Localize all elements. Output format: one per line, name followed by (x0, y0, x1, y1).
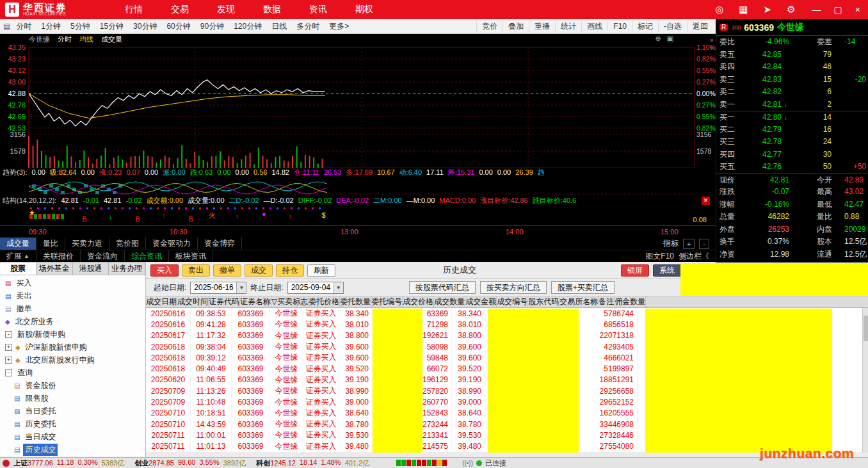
table-scrollbar[interactable] (862, 308, 868, 453)
chart-action-button[interactable]: 竞价 (476, 21, 502, 32)
trade-action-button[interactable]: 买入 (150, 264, 179, 277)
menu-item[interactable]: 数据 (256, 1, 288, 18)
ask-row[interactable]: 卖一 42.81 ↓ 2 (716, 99, 868, 111)
ask-row[interactable]: 卖二 42.82 6 (716, 86, 868, 99)
sidebar-tree-item[interactable]: ▤ 限售股 (0, 392, 145, 405)
stock-name[interactable]: 今世缘 (777, 22, 804, 33)
maximize-button[interactable]: ▢ (834, 4, 842, 15)
trade-action-button[interactable]: 刷新 (307, 264, 335, 277)
table-header-cell[interactable]: 委托编号 (371, 296, 403, 307)
table-header-cell[interactable]: ▽买卖标志 (271, 296, 309, 307)
chart-action-button[interactable]: 标记 (632, 21, 658, 32)
bid-row[interactable]: 买一 42.80 ↓ 14 (716, 111, 868, 124)
ask-row[interactable]: 卖五 42.85 79 (716, 49, 868, 61)
chart-action-button[interactable]: F10 (607, 22, 632, 31)
index-quote[interactable]: 创业2874.85 98.60 3.55% 3892亿 (134, 458, 246, 468)
indicator-remove-button[interactable]: - (699, 239, 709, 249)
table-header-cell[interactable]: 证券名称 (240, 296, 271, 307)
titlebar-tool-icon[interactable]: ◎ (715, 4, 723, 15)
table-header-cell[interactable]: 成交价格 (403, 296, 434, 307)
scrollbar-thumb[interactable] (864, 316, 868, 341)
signal-marker-band[interactable]: ★↓B↓B↑B火↑●↑$ (0, 205, 716, 225)
menu-item[interactable]: 交易 (164, 1, 196, 18)
sidebar-tab[interactable]: 股票 (0, 262, 36, 275)
table-header-cell[interactable]: 成交编号 (497, 296, 528, 307)
bid-row[interactable]: 买二 42.79 16 (716, 124, 868, 136)
indicator-close-icon[interactable]: ✕ (702, 197, 710, 205)
period-tab[interactable]: 30分钟 (133, 21, 157, 32)
sidebar-tab[interactable]: 港股通 (73, 262, 109, 275)
connection-status[interactable]: ((•)) 已连接 (462, 458, 506, 468)
info-subtab[interactable]: 关联报价 (36, 250, 81, 262)
sidebar-tree-item[interactable]: ▤ 卖出 (0, 289, 145, 302)
stock-code[interactable]: 603369 (744, 22, 774, 33)
table-header-cell[interactable]: 证券代码 (209, 296, 240, 307)
sidebar-tab[interactable]: 业务办理 (109, 262, 145, 275)
bid-row[interactable]: 买三 42.78 24 (716, 136, 868, 149)
chart-action-button[interactable]: -自选 (658, 21, 687, 32)
tree-expander-icon[interactable]: + (5, 344, 12, 351)
chart-grid-icon[interactable]: ▤ (3, 22, 10, 31)
chart-action-button[interactable]: 叠加 (502, 21, 529, 32)
table-header-cell[interactable]: 委托价格 (309, 296, 340, 307)
minimize-button[interactable]: — (812, 4, 821, 15)
period-tab[interactable]: 60分钟 (166, 21, 190, 32)
f10-button[interactable]: 图文F10 (645, 251, 674, 262)
start-date-input[interactable]: 2025-06-16 ▼ (190, 282, 246, 294)
sidebar-tree-item[interactable]: ◆ 北交所业务 (0, 315, 145, 328)
summary-button[interactable]: 股票+买卖汇总 (551, 281, 615, 294)
period-tab[interactable]: 5分钟 (70, 21, 90, 32)
chart-subtab[interactable]: 竞价图 (109, 238, 146, 250)
sidebar-tab[interactable]: 场外基金 (36, 262, 73, 275)
indicator-add-button[interactable]: + (683, 239, 695, 249)
sidebar-toggle[interactable]: 侧边栏《 (679, 251, 709, 262)
trade-action-button[interactable]: 撤单 (213, 264, 241, 277)
table-header-cell[interactable]: 成交金额 (465, 296, 497, 307)
chart-subtab[interactable]: 买卖力道 (65, 238, 109, 250)
menu-item[interactable]: 资讯 (302, 1, 334, 18)
table-header-cell[interactable]: 股东代码 (528, 296, 559, 307)
dropdown-arrow-icon[interactable]: ▼ (236, 282, 246, 293)
chart-action-button[interactable]: 统计 (555, 21, 581, 32)
trade-action-button[interactable]: 卖出 (182, 264, 210, 277)
table-header-cell[interactable]: 佣金数量 (615, 296, 646, 307)
period-tab[interactable]: 多分时 (296, 21, 319, 32)
system-action-button[interactable]: 锁屏 (621, 264, 649, 277)
trade-action-button[interactable]: 成交 (245, 264, 273, 277)
bid-row[interactable]: 买四 42.77 30 (716, 149, 868, 161)
chart-subtab[interactable]: 成交量 (0, 238, 36, 250)
sidebar-tree-item[interactable]: + ◆ 北交所新股发行申购 (0, 353, 145, 366)
period-tab[interactable]: 90分钟 (200, 21, 224, 32)
summary-button[interactable]: 按股票代码汇总 (409, 281, 476, 294)
intraday-chart-area[interactable]: 今世缘分时均线成交量 ⊕ ▣ 43.3543.2343.1243.0042.88… (0, 34, 716, 238)
info-subtab[interactable]: 扩展▲ (0, 250, 36, 262)
titlebar-tool-icon[interactable]: ⚙ (787, 4, 795, 15)
period-tab[interactable]: 120分钟 (234, 21, 262, 32)
sidebar-tree-item[interactable]: - 查询 (0, 366, 145, 379)
menu-item[interactable]: 发现 (210, 1, 242, 18)
table-header-cell[interactable]: 成交日期 (146, 296, 177, 307)
menu-item[interactable]: 行情 (118, 1, 150, 18)
indicator-menu[interactable]: 指标 (663, 238, 679, 249)
close-button[interactable]: × (855, 4, 860, 15)
period-tab[interactable]: 更多> (329, 21, 349, 32)
info-subtab[interactable]: 资金流向 (81, 250, 125, 262)
chart-subtab[interactable]: 资金博弈 (198, 238, 242, 250)
dropdown-arrow-icon[interactable]: ▼ (334, 282, 343, 293)
titlebar-tool-icon[interactable]: ➤ (764, 4, 772, 15)
system-action-button[interactable]: 系统 (653, 264, 681, 277)
tree-expander-icon[interactable]: - (5, 331, 12, 338)
sidebar-tree-item[interactable]: ▤ 买入 (0, 277, 145, 289)
tree-expander-icon[interactable]: - (5, 369, 12, 376)
sidebar-tree-item[interactable]: ▤ 资金股份 (0, 379, 145, 392)
tree-expander-icon[interactable]: + (5, 357, 12, 364)
table-header-cell[interactable]: 成交时间 (177, 296, 209, 307)
period-tab[interactable]: 1分钟 (41, 21, 61, 32)
sidebar-tree-item[interactable]: ▤ 当日成交 (0, 430, 145, 443)
info-subtab[interactable]: 综合资讯 (125, 250, 169, 262)
chart-action-button[interactable]: 画线 (581, 21, 607, 32)
chart-action-button[interactable]: 重播 (529, 21, 555, 32)
end-date-input[interactable]: 2025-09-04 ▼ (287, 282, 344, 294)
period-tab[interactable]: 日线 (271, 21, 287, 32)
trade-action-button[interactable]: 持仓 (276, 264, 304, 277)
